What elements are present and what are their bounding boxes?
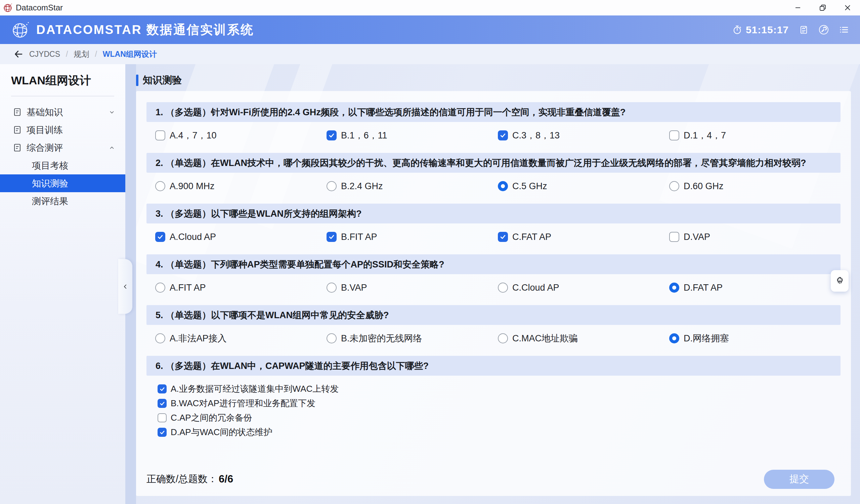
brand: DATACOMSTAR 数据通信实训系统 xyxy=(11,20,254,40)
option-label: D.60 GHz xyxy=(684,181,723,191)
option-label: D.VAP xyxy=(684,232,710,242)
option-a[interactable]: A.FIT AP xyxy=(155,283,327,293)
question-text: 1. （多选题）针对Wi-Fi所使用的2.4 GHz频段，以下哪些选项所描述的信… xyxy=(146,102,841,122)
close-button[interactable] xyxy=(835,0,860,15)
checkbox-icon[interactable] xyxy=(158,399,167,408)
option-c[interactable]: C.MAC地址欺骗 xyxy=(498,332,669,344)
option-b[interactable]: B.WAC对AP进行管理和业务配置下发 xyxy=(158,396,851,411)
sidebar-item-basics[interactable]: 基础知识 xyxy=(0,103,125,121)
question-text: 6. （多选题）在WLAN中，CAPWAP隧道的主要作用包含以下哪些? xyxy=(146,356,841,376)
checkbox-icon[interactable] xyxy=(669,130,679,141)
sidebar-collapse-handle[interactable] xyxy=(118,259,132,314)
checkbox-icon[interactable] xyxy=(158,428,167,437)
option-c[interactable]: C.AP之间的冗余备份 xyxy=(158,411,851,425)
options-row: A.非法AP接入 B.未加密的无线网络 C.MAC地址欺骗 D.网络拥塞 xyxy=(136,329,851,348)
option-d[interactable]: D.网络拥塞 xyxy=(669,332,841,344)
radio-icon[interactable] xyxy=(155,283,165,293)
menu-list-button[interactable] xyxy=(838,25,849,35)
chevron-down-icon xyxy=(109,109,115,116)
sidebar-item-label: 综合测评 xyxy=(27,142,63,154)
breadcrumb: CJYDCS / 规划 / WLAN组网设计 xyxy=(0,44,860,64)
options-list: A.业务数据可经过该隧道集中到WAC上转发 B.WAC对AP进行管理和业务配置下… xyxy=(136,382,851,440)
checkbox-icon[interactable] xyxy=(327,232,336,242)
question-text: 5. （单选题）以下哪项不是WLAN组网中常见的安全威胁? xyxy=(146,305,841,325)
option-a[interactable]: A.900 MHz xyxy=(155,181,327,191)
option-d[interactable]: D.FAT AP xyxy=(669,283,841,293)
checkbox-icon[interactable] xyxy=(158,384,167,393)
option-d[interactable]: D.AP与WAC间的状态维护 xyxy=(158,425,851,440)
section-heading: 知识测验 xyxy=(136,74,182,87)
sidebar-item-knowledge-quiz[interactable]: 知识测验 xyxy=(0,174,125,192)
radio-icon[interactable] xyxy=(498,333,508,343)
sidebar-item-project-exam[interactable]: 项目考核 xyxy=(0,157,125,174)
radio-icon[interactable] xyxy=(327,333,336,343)
option-d[interactable]: D.60 GHz xyxy=(669,181,841,191)
timer-value: 51:15:17 xyxy=(746,24,789,35)
option-label: C.FAT AP xyxy=(512,232,551,242)
sidebar-item-training[interactable]: 项目训练 xyxy=(0,121,125,139)
exam-timer: 51:15:17 xyxy=(732,24,789,35)
restore-button[interactable] xyxy=(810,0,835,15)
option-c[interactable]: C.5 GHz xyxy=(498,181,669,191)
option-label: A.4，7，10 xyxy=(170,129,217,142)
option-c[interactable]: C.3，8，13 xyxy=(498,129,669,142)
option-label: B.1，6，11 xyxy=(341,129,387,142)
option-a[interactable]: A.Cloud AP xyxy=(155,232,327,242)
option-b[interactable]: B.未加密的无线网络 xyxy=(327,332,498,344)
checkbox-icon[interactable] xyxy=(158,413,167,422)
option-b[interactable]: B.2.4 GHz xyxy=(327,181,498,191)
checkbox-icon[interactable] xyxy=(155,130,165,141)
options-row: A.4，7，10 B.1，6，11 C.3，8，13 D.1，4，7 xyxy=(136,126,851,145)
sidebar-item-assessment[interactable]: 综合测评 xyxy=(0,139,125,157)
option-d[interactable]: D.1，4，7 xyxy=(669,129,841,142)
radio-icon[interactable] xyxy=(327,283,336,293)
sidebar-item-label: 基础知识 xyxy=(27,106,63,118)
option-b[interactable]: B.VAP xyxy=(327,283,498,293)
quiz-footer: 正确数/总题数： 6/6 提交 xyxy=(146,469,841,489)
checkbox-icon[interactable] xyxy=(498,130,508,141)
app-logo-icon xyxy=(3,3,13,13)
option-label: B.FIT AP xyxy=(341,232,377,242)
breadcrumb-item-root[interactable]: CJYDCS xyxy=(29,50,60,59)
radio-icon[interactable] xyxy=(669,283,679,293)
clean-tool-button[interactable] xyxy=(831,270,849,292)
option-c[interactable]: C.FAT AP xyxy=(498,232,669,242)
radio-icon[interactable] xyxy=(669,333,679,343)
radio-icon[interactable] xyxy=(327,181,336,191)
option-a[interactable]: A.非法AP接入 xyxy=(155,332,327,344)
breadcrumb-separator: / xyxy=(95,50,97,59)
options-row: A.FIT AP B.VAP C.Cloud AP D.FAT AP xyxy=(136,278,851,297)
option-b[interactable]: B.1，6，11 xyxy=(327,129,498,142)
tools-button[interactable] xyxy=(818,25,829,35)
document-icon xyxy=(13,143,22,152)
option-label: C.MAC地址欺骗 xyxy=(512,332,578,344)
exam-report-button[interactable] xyxy=(798,25,809,35)
option-a[interactable]: A.4，7，10 xyxy=(155,129,327,142)
radio-icon[interactable] xyxy=(155,333,165,343)
checkbox-icon[interactable] xyxy=(155,232,165,242)
breadcrumb-item-plan[interactable]: 规划 xyxy=(74,49,89,59)
window-controls xyxy=(785,0,860,15)
option-label: D.FAT AP xyxy=(684,283,722,293)
checkbox-icon[interactable] xyxy=(327,130,336,141)
option-label: C.5 GHz xyxy=(512,181,547,191)
app-body: WLAN组网设计 基础知识 项目训练 xyxy=(0,64,860,504)
submit-button[interactable]: 提交 xyxy=(764,470,834,489)
option-c[interactable]: C.Cloud AP xyxy=(498,283,669,293)
option-a[interactable]: A.业务数据可经过该隧道集中到WAC上转发 xyxy=(158,382,851,396)
option-label: B.WAC对AP进行管理和业务配置下发 xyxy=(171,398,315,409)
sidebar-item-results[interactable]: 测评结果 xyxy=(0,192,125,210)
checkbox-icon[interactable] xyxy=(669,232,679,242)
minimize-button[interactable] xyxy=(785,0,810,15)
radio-icon[interactable] xyxy=(669,181,679,191)
radio-icon[interactable] xyxy=(498,181,508,191)
back-arrow-icon[interactable] xyxy=(13,49,24,59)
question-1: 1. （多选题）针对Wi-Fi所使用的2.4 GHz频段，以下哪些选项所描述的信… xyxy=(136,102,851,145)
radio-icon[interactable] xyxy=(155,181,165,191)
checkbox-icon[interactable] xyxy=(498,232,508,242)
option-d[interactable]: D.VAP xyxy=(669,232,841,242)
radio-icon[interactable] xyxy=(498,283,508,293)
question-text: 4. （单选题）下列哪种AP类型需要单独配置每个AP的SSID和安全策略? xyxy=(146,254,841,274)
option-b[interactable]: B.FIT AP xyxy=(327,232,498,242)
question-text: 2. （单选题）在WLAN技术中，哪个频段因其较少的干扰、更高的传输速率和更大的… xyxy=(146,153,841,173)
